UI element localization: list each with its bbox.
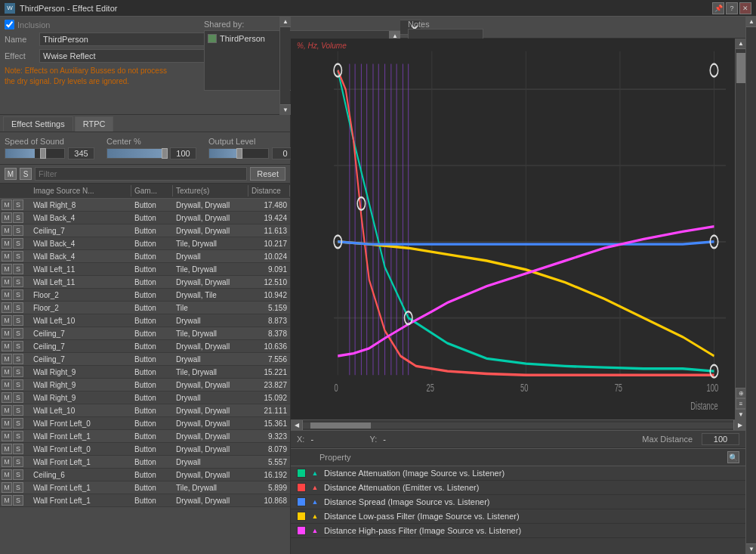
row-s-button[interactable]: S: [13, 341, 23, 351]
row-m-button[interactable]: M: [2, 212, 12, 223]
row-s-button[interactable]: S: [13, 289, 23, 300]
row-s-button[interactable]: S: [13, 328, 23, 339]
row-s-button[interactable]: S: [13, 469, 23, 480]
table-row[interactable]: M S Wall Front Left_1 Button Tile, Drywa…: [0, 481, 290, 494]
row-m-button[interactable]: M: [2, 457, 12, 467]
row-s-button[interactable]: S: [13, 354, 23, 364]
chart-scroll-thumb[interactable]: [736, 53, 745, 83]
table-row[interactable]: M S Ceiling_6 Button Drywall, Drywall 16…: [0, 469, 290, 481]
table-row[interactable]: M S Wall Right_8 Button Drywall, Drywall…: [0, 199, 290, 212]
table-row[interactable]: M S Ceiling_7 Button Drywall, Drywall 11…: [0, 224, 290, 237]
top-scroll-down[interactable]: ▼: [280, 104, 291, 115]
table-row[interactable]: M S Wall Left_10 Button Drywall, Drywall…: [0, 404, 290, 417]
row-m-button[interactable]: M: [2, 354, 12, 364]
table-row[interactable]: M S Wall Back_4 Button Drywall 10.024: [0, 250, 290, 263]
row-m-button[interactable]: M: [2, 315, 12, 326]
row-m-button[interactable]: M: [2, 251, 12, 262]
table-row[interactable]: M S Wall Left_11 Button Tile, Drywall 9.…: [0, 263, 290, 276]
row-s-button[interactable]: S: [13, 302, 23, 313]
row-s-button[interactable]: S: [13, 431, 23, 441]
filter-input[interactable]: [35, 167, 247, 181]
table-row[interactable]: M S Wall Left_10 Button Drywall 8.873: [0, 314, 290, 327]
table-row[interactable]: M S Wall Right_9 Button Tile, Drywall 15…: [0, 366, 290, 379]
row-s-button[interactable]: S: [13, 418, 23, 429]
tab-rtpc[interactable]: RTPC: [75, 116, 114, 132]
row-m-button[interactable]: M: [2, 469, 12, 480]
chart-h-scroll-left[interactable]: ◀: [291, 420, 303, 431]
table-row[interactable]: M S Wall Front Left_1 Button Drywall, Dr…: [0, 494, 290, 507]
row-m-button[interactable]: M: [2, 367, 12, 377]
row-s-button[interactable]: S: [13, 379, 23, 390]
property-item[interactable]: ▲ Distance Attenuation (Emitter vs. List…: [291, 481, 745, 495]
table-row[interactable]: M S Wall Back_4 Button Tile, Drywall 10.…: [0, 237, 290, 250]
row-m-button[interactable]: M: [2, 431, 12, 441]
chart-controls-2[interactable]: ≡: [736, 398, 745, 409]
row-s-button[interactable]: S: [13, 405, 23, 416]
chart-controls-expand[interactable]: ⊕: [736, 388, 745, 398]
center-slider-thumb[interactable]: [162, 148, 168, 159]
speed-slider-thumb[interactable]: [40, 148, 46, 159]
row-s-button[interactable]: S: [13, 392, 23, 403]
inclusion-checkbox[interactable]: [5, 20, 14, 29]
m-button[interactable]: M: [5, 168, 17, 180]
row-s-button[interactable]: S: [13, 238, 23, 249]
speed-of-sound-slider[interactable]: [5, 148, 65, 159]
table-row[interactable]: M S Floor_2 Button Drywall, Tile 10.942: [0, 289, 290, 302]
table-row[interactable]: M S Ceiling_7 Button Tile, Drywall 8.378: [0, 327, 290, 340]
main-scroll-down[interactable]: ▼: [746, 543, 756, 554]
property-item[interactable]: ▲ Distance Low-pass Filter (Image Source…: [291, 509, 745, 524]
row-s-button[interactable]: S: [13, 495, 23, 506]
chart-scroll-up[interactable]: ▲: [736, 39, 745, 49]
table-row[interactable]: M S Ceiling_7 Button Drywall, Drywall 10…: [0, 340, 290, 353]
row-s-button[interactable]: S: [13, 225, 23, 236]
help-button[interactable]: ?: [726, 2, 738, 14]
row-m-button[interactable]: M: [2, 495, 12, 506]
row-s-button[interactable]: S: [13, 444, 23, 454]
row-s-button[interactable]: S: [13, 277, 23, 287]
table-row[interactable]: M S Wall Left_11 Button Drywall, Drywall…: [0, 276, 290, 289]
row-s-button[interactable]: S: [13, 315, 23, 326]
table-row[interactable]: M S Wall Front Left_0 Button Drywall, Dr…: [0, 417, 290, 430]
row-m-button[interactable]: M: [2, 328, 12, 339]
output-level-slider[interactable]: [208, 148, 269, 159]
property-item[interactable]: ▲ Distance Spread (Image Source vs. List…: [291, 495, 745, 509]
main-scroll-up[interactable]: ▲: [746, 17, 756, 27]
properties-search-button[interactable]: 🔍: [727, 451, 739, 463]
center-pct-slider[interactable]: [106, 148, 167, 159]
table-row[interactable]: M S Wall Front Left_1 Button Drywall 5.5…: [0, 456, 290, 469]
chart-h-scroll-right[interactable]: ▶: [733, 420, 745, 431]
row-s-button[interactable]: S: [13, 457, 23, 467]
row-m-button[interactable]: M: [2, 289, 12, 300]
table-row[interactable]: M S Ceiling_7 Button Drywall 7.556: [0, 353, 290, 366]
row-m-button[interactable]: M: [2, 225, 12, 236]
chart-scroll-down[interactable]: ▼: [736, 409, 745, 419]
row-s-button[interactable]: S: [13, 264, 23, 274]
property-item[interactable]: ▲ Distance Attenuation (Image Source vs.…: [291, 466, 745, 481]
row-m-button[interactable]: M: [2, 264, 12, 274]
row-m-button[interactable]: M: [2, 341, 12, 351]
row-m-button[interactable]: M: [2, 379, 12, 390]
tab-effect-settings[interactable]: Effect Settings: [3, 116, 73, 132]
row-m-button[interactable]: M: [2, 302, 12, 313]
row-m-button[interactable]: M: [2, 405, 12, 416]
table-row[interactable]: M S Wall Front Left_0 Button Drywall, Dr…: [0, 443, 290, 456]
row-m-button[interactable]: M: [2, 444, 12, 454]
row-m-button[interactable]: M: [2, 277, 12, 287]
table-row[interactable]: M S Wall Front Left_1 Button Drywall, Dr…: [0, 430, 290, 443]
table-row[interactable]: M S Wall Right_9 Button Drywall, Drywall…: [0, 379, 290, 392]
pin-button[interactable]: 📌: [712, 2, 724, 14]
table-row[interactable]: M S Wall Back_4 Button Drywall, Drywall …: [0, 212, 290, 224]
row-m-button[interactable]: M: [2, 238, 12, 249]
row-m-button[interactable]: M: [2, 200, 12, 210]
row-s-button[interactable]: S: [13, 367, 23, 377]
row-m-button[interactable]: M: [2, 392, 12, 403]
table-row[interactable]: M S Floor_2 Button Tile 5.159: [0, 302, 290, 314]
output-slider-thumb[interactable]: [236, 148, 242, 159]
row-m-button[interactable]: M: [2, 418, 12, 429]
row-s-button[interactable]: S: [13, 212, 23, 223]
property-item[interactable]: ▲ Distance High-pass Filter (Image Sourc…: [291, 524, 745, 538]
row-s-button[interactable]: S: [13, 200, 23, 210]
row-s-button[interactable]: S: [13, 251, 23, 262]
close-button[interactable]: ✕: [739, 2, 751, 14]
row-s-button[interactable]: S: [13, 482, 23, 493]
